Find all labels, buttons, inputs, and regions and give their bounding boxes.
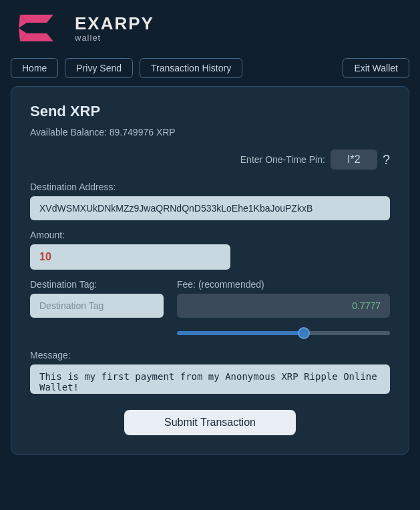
card-title: Send XRP [30, 103, 390, 120]
pin-row: Enter One-Time Pin: ? [30, 150, 390, 170]
home-button[interactable]: Home [11, 58, 58, 78]
privy-send-button[interactable]: Privy Send [65, 58, 133, 78]
pin-label: Enter One-Time Pin: [240, 154, 325, 165]
pin-help-icon[interactable]: ? [383, 152, 390, 168]
exit-wallet-button[interactable]: Exit Wallet [343, 58, 409, 78]
main-card: Send XRP Available Balance: 89.749976 XR… [11, 86, 409, 455]
destination-tag-col: Destination Tag: [30, 279, 164, 318]
fee-label: Fee: (recommended) [177, 279, 390, 290]
destination-address-label: Destination Address: [30, 182, 390, 192]
submit-area: Submit Transaction [30, 410, 390, 435]
logo-icon [13, 9, 67, 46]
submit-transaction-button[interactable]: Submit Transaction [124, 410, 296, 435]
message-label: Message: [30, 350, 390, 360]
svg-marker-4 [28, 23, 49, 33]
logo-area: EXARPY wallet [13, 9, 154, 46]
pin-input[interactable] [331, 150, 377, 170]
balance-display: Available Balance: 89.749976 XRP [30, 127, 390, 138]
nav-bar: Home Privy Send Transaction History Exit… [0, 53, 420, 86]
amount-input[interactable] [30, 244, 230, 270]
app-title: EXARPY [75, 13, 154, 34]
fee-input[interactable] [177, 294, 390, 318]
destination-tag-input[interactable] [30, 294, 164, 318]
amount-label: Amount: [30, 230, 390, 240]
logo-text: EXARPY wallet [75, 13, 154, 43]
destination-tag-label: Destination Tag: [30, 279, 164, 290]
fee-col: Fee: (recommended) [177, 279, 390, 340]
fee-slider[interactable] [177, 331, 390, 335]
message-input[interactable]: This is my first payment from my Anonymo… [30, 364, 390, 394]
transaction-history-button[interactable]: Transaction History [140, 58, 242, 78]
two-col-row: Destination Tag: Fee: (recommended) [30, 279, 390, 340]
app-subtitle: wallet [75, 33, 154, 43]
header: EXARPY wallet [0, 0, 420, 53]
fee-slider-container [177, 323, 390, 340]
destination-address-input[interactable] [30, 196, 390, 220]
